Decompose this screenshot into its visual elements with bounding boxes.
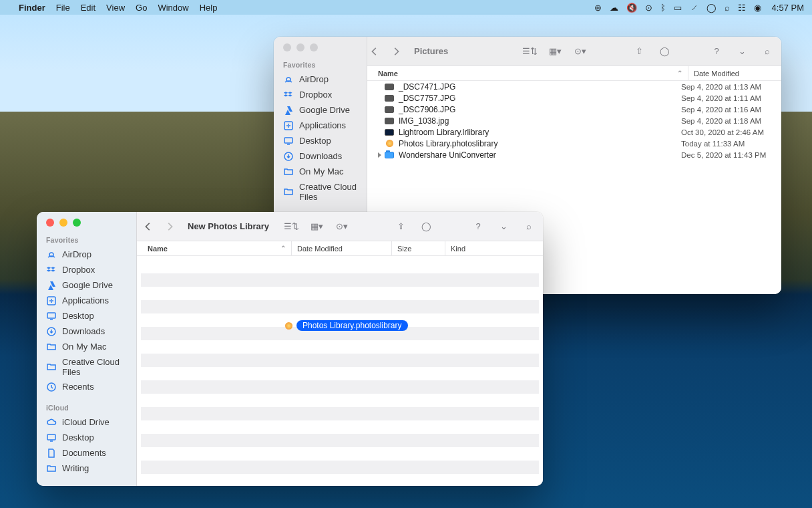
menu-view[interactable]: View bbox=[106, 3, 125, 13]
finder-window-new-photos-library[interactable]: Favorites AirDropDropboxGoogle DriveAppl… bbox=[37, 212, 543, 486]
volume-mute-icon[interactable]: 🔇 bbox=[626, 3, 637, 13]
file-list[interactable]: Photos Library.photoslibrary bbox=[137, 256, 543, 486]
sidebar-item-desktop[interactable]: Desktop bbox=[37, 308, 136, 324]
view-list-icon[interactable]: ☰⇅ bbox=[524, 45, 536, 57]
window-title: Pictures bbox=[414, 46, 448, 56]
sidebar-item-airdrop[interactable]: AirDrop bbox=[274, 72, 367, 87]
view-grid-icon[interactable]: ▦▾ bbox=[311, 221, 323, 233]
search-icon[interactable]: ⌕ bbox=[761, 45, 773, 57]
traffic-close[interactable] bbox=[283, 43, 291, 51]
siri-icon[interactable]: ◉ bbox=[754, 3, 761, 13]
column-kind[interactable]: Kind bbox=[445, 241, 543, 255]
column-size[interactable]: Size bbox=[391, 241, 445, 255]
sidebar-item-applications[interactable]: Applications bbox=[274, 118, 367, 133]
menu-file[interactable]: File bbox=[56, 3, 70, 13]
sidebar-item-creative-cloud-files[interactable]: Creative Cloud Files bbox=[274, 179, 367, 204]
sidebar-item-on-my-mac[interactable]: On My Mac bbox=[274, 164, 367, 179]
search-icon[interactable]: ⌕ bbox=[523, 221, 535, 233]
file-row[interactable]: _DSC7471.JPGSep 4, 2020 at 1:13 AM bbox=[367, 81, 781, 92]
sidebar-section-favorites: Favorites bbox=[37, 233, 136, 247]
view-list-icon[interactable]: ☰⇅ bbox=[285, 221, 297, 233]
share-icon[interactable]: ⇧ bbox=[395, 221, 407, 233]
menu-help[interactable]: Help bbox=[200, 3, 218, 13]
column-date[interactable]: Date Modified bbox=[688, 66, 781, 80]
bluetooth-icon[interactable]: ᛒ bbox=[660, 3, 666, 13]
sidebar-item-downloads[interactable]: Downloads bbox=[274, 148, 367, 164]
sidebar-item-desktop[interactable]: Desktop bbox=[37, 430, 136, 445]
sidebar-item-on-my-mac[interactable]: On My Mac bbox=[37, 339, 136, 354]
column-name[interactable]: Name bbox=[378, 70, 398, 78]
nav-forward-button[interactable] bbox=[390, 45, 402, 57]
file-row[interactable]: Photos Library.photoslibraryToday at 11:… bbox=[367, 138, 781, 149]
sidebar-item-downloads[interactable]: Downloads bbox=[37, 324, 136, 339]
menu-window[interactable]: Window bbox=[158, 3, 188, 13]
tags-icon[interactable]: ◯ bbox=[658, 45, 670, 57]
menubar-clock[interactable]: 4:57 PM bbox=[772, 3, 804, 13]
help-icon[interactable]: ? bbox=[710, 45, 723, 57]
action-menu-icon[interactable]: ⊙▾ bbox=[574, 45, 586, 57]
sidebar-item-label: iCloud Drive bbox=[62, 417, 110, 427]
control-center-icon[interactable]: ☷ bbox=[738, 3, 746, 13]
traffic-minimize[interactable] bbox=[296, 43, 304, 51]
dragged-file[interactable]: Photos Library.photoslibrary bbox=[285, 320, 408, 331]
file-row[interactable]: _DSC7757.JPGSep 4, 2020 at 1:11 AM bbox=[367, 92, 781, 104]
sidebar-item-dropbox[interactable]: Dropbox bbox=[274, 87, 367, 102]
sidebar-item-label: On My Mac bbox=[299, 166, 343, 176]
apps-icon bbox=[283, 120, 294, 131]
app-menu[interactable]: Finder bbox=[19, 3, 45, 13]
column-name[interactable]: Name bbox=[148, 245, 168, 253]
sidebar-item-applications[interactable]: Applications bbox=[37, 293, 136, 308]
nav-forward-button[interactable] bbox=[164, 221, 176, 233]
column-header[interactable]: Name⌃ Date Modified bbox=[367, 66, 781, 81]
nav-back-button[interactable] bbox=[142, 221, 154, 233]
view-grid-icon[interactable]: ▦▾ bbox=[549, 45, 561, 57]
sidebar-item-google-drive[interactable]: Google Drive bbox=[274, 102, 367, 118]
share-icon[interactable]: ⇧ bbox=[633, 45, 645, 57]
sidebar-item-desktop[interactable]: Desktop bbox=[274, 133, 367, 148]
file-row[interactable]: IMG_1038.jpgSep 4, 2020 at 1:18 AM bbox=[367, 115, 781, 126]
file-date: Sep 4, 2020 at 1:16 AM bbox=[681, 106, 781, 114]
sidebar-item-dropbox[interactable]: Dropbox bbox=[37, 262, 136, 277]
sidebar-item-label: Recents bbox=[62, 382, 94, 392]
spotlight-icon[interactable]: ⌕ bbox=[725, 3, 730, 13]
traffic-close[interactable] bbox=[46, 219, 54, 227]
column-header[interactable]: Name⌃ Date Modified Size Kind bbox=[137, 241, 543, 256]
wifi-icon[interactable]: ⟋ bbox=[690, 3, 698, 13]
column-date[interactable]: Date Modified bbox=[291, 241, 391, 255]
disclosure-triangle-icon[interactable] bbox=[378, 152, 381, 158]
dropdown-icon[interactable]: ⌄ bbox=[736, 45, 748, 57]
traffic-zoom[interactable] bbox=[310, 43, 318, 51]
sidebar-item-documents[interactable]: Documents bbox=[37, 445, 136, 461]
file-row[interactable]: Lightroom Library.lrlibraryOct 30, 2020 … bbox=[367, 126, 781, 138]
recents-icon bbox=[46, 382, 57, 392]
file-row[interactable]: Wondershare UniConverterDec 5, 2020 at 1… bbox=[367, 149, 781, 160]
svg-rect-2 bbox=[284, 138, 292, 143]
cloud-icon[interactable]: ☁ bbox=[610, 3, 618, 13]
menu-go[interactable]: Go bbox=[136, 3, 147, 13]
traffic-zoom[interactable] bbox=[73, 219, 81, 227]
sidebar-item-icloud-drive[interactable]: iCloud Drive bbox=[37, 414, 136, 430]
nav-back-button[interactable] bbox=[369, 45, 381, 57]
status-icon[interactable]: ⊕ bbox=[594, 3, 602, 13]
dragged-file-label: Photos Library.photoslibrary bbox=[296, 320, 408, 331]
sidebar-item-writing[interactable]: Writing bbox=[37, 461, 136, 476]
dropdown-icon[interactable]: ⌄ bbox=[497, 221, 510, 233]
file-row[interactable]: _DSC7906.JPGSep 4, 2020 at 1:16 AM bbox=[367, 104, 781, 115]
user-icon[interactable]: ◯ bbox=[706, 3, 717, 13]
traffic-minimize[interactable] bbox=[59, 219, 67, 227]
sidebar-section-icloud: iCloud bbox=[37, 401, 136, 414]
file-name: _DSC7757.JPG bbox=[399, 94, 681, 103]
battery-icon[interactable]: ▭ bbox=[674, 3, 682, 13]
gdrive-icon bbox=[46, 280, 57, 291]
sidebar-item-google-drive[interactable]: Google Drive bbox=[37, 277, 136, 293]
sidebar-item-recents[interactable]: Recents bbox=[37, 379, 136, 394]
sidebar-item-label: Creative Cloud Files bbox=[299, 182, 360, 202]
action-menu-icon[interactable]: ⊙▾ bbox=[336, 221, 348, 233]
sidebar-item-creative-cloud-files[interactable]: Creative Cloud Files bbox=[37, 354, 136, 379]
menu-edit[interactable]: Edit bbox=[81, 3, 95, 13]
tags-icon[interactable]: ◯ bbox=[420, 221, 432, 233]
sidebar-item-airdrop[interactable]: AirDrop bbox=[37, 247, 136, 262]
lightroom-library-icon bbox=[385, 129, 394, 136]
now-playing-icon[interactable]: ⊙ bbox=[645, 3, 652, 13]
help-icon[interactable]: ? bbox=[472, 221, 484, 233]
